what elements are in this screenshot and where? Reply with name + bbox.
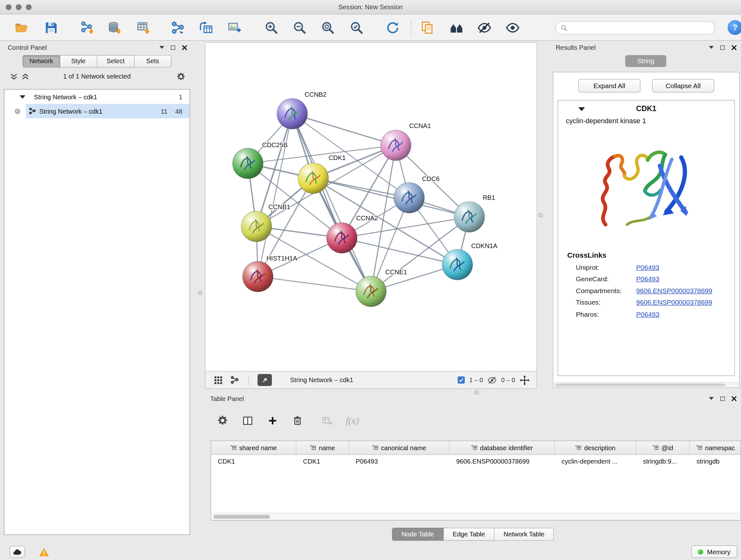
table-horizontal-scrollbar[interactable]	[211, 513, 741, 520]
open-in-window-button[interactable]	[258, 374, 272, 386]
network-node-ccnb2[interactable]: CCNB2	[277, 91, 327, 129]
column-header-name[interactable]: name	[296, 441, 349, 455]
table-cell[interactable]: 9606.ENSP00000378699	[450, 455, 555, 469]
table-cell[interactable]: cyclin-dependent ...	[555, 455, 636, 469]
network-edge[interactable]	[292, 114, 396, 145]
save-session-button[interactable]	[43, 19, 60, 37]
results-horizontal-scrollbar[interactable]	[554, 382, 739, 387]
horizontal-splitter-handle[interactable]	[475, 390, 479, 395]
column-header--id[interactable]: @id	[636, 441, 690, 455]
network-edge[interactable]	[292, 114, 371, 291]
crosslink-value-link[interactable]: P06493	[636, 263, 659, 271]
zoom-in-button[interactable]	[263, 19, 280, 37]
selected-nodes-checkbox[interactable]	[458, 376, 465, 384]
tab-node-table[interactable]: Node Table	[392, 528, 444, 541]
network-row-selected[interactable]: String Network – cdk1 11 48	[4, 104, 190, 118]
network-node-cdk1[interactable]: CDK1	[298, 154, 346, 193]
table-cell[interactable]: stringdb	[690, 455, 741, 469]
tab-select[interactable]: Select	[97, 55, 134, 68]
crosslink-value-link[interactable]: 9606.ENSP00000378699	[636, 299, 712, 306]
tab-network-table[interactable]: Network Table	[495, 528, 554, 541]
column-header-namespac[interactable]: namespac	[690, 441, 741, 455]
column-header-database-identifier[interactable]: database identifier	[450, 441, 555, 455]
table-settings-button[interactable]	[216, 415, 229, 427]
window-title: Session: New Session	[0, 0, 741, 14]
network-edge[interactable]	[258, 114, 292, 276]
scrollbar-thumb[interactable]	[213, 515, 270, 519]
column-header-description[interactable]: description	[555, 441, 636, 455]
crosslink-value-link[interactable]: P06493	[636, 275, 659, 283]
tab-edge-table[interactable]: Edge Table	[444, 528, 494, 541]
memory-button[interactable]: Memory	[691, 546, 737, 558]
tree-caret-icon[interactable]	[20, 95, 25, 99]
zoom-fit-button[interactable]	[320, 19, 337, 37]
import-network-database-button[interactable]	[106, 19, 124, 37]
zoom-selected-button[interactable]	[348, 19, 365, 37]
table-cell[interactable]: P06493	[349, 455, 450, 469]
export-image-button[interactable]	[226, 19, 243, 37]
float-panel-button[interactable]	[171, 45, 176, 50]
crosslink-value-link[interactable]: 9606.ENSP00000378699	[636, 287, 712, 294]
help-button[interactable]: ?	[728, 20, 741, 35]
network-edge[interactable]	[313, 178, 469, 217]
close-panel-button[interactable]	[182, 45, 187, 50]
copy-button[interactable]	[419, 19, 436, 37]
collapse-section-caret-icon[interactable]	[578, 107, 585, 111]
network-view[interactable]: CCNB2CCNA1CDC25BCDK1CDC6RB1CCNB1CCNA2CDK…	[205, 42, 537, 372]
search-input[interactable]	[570, 24, 715, 32]
network-edge[interactable]	[258, 276, 371, 291]
vertical-splitter-handle[interactable]	[198, 291, 203, 295]
panel-menu-button[interactable]	[159, 46, 164, 49]
column-header-canonical-name[interactable]: canonical name	[349, 441, 450, 455]
delete-column-button[interactable]	[291, 415, 304, 427]
share-network-button[interactable]	[229, 375, 240, 385]
tab-style[interactable]: Style	[60, 55, 97, 68]
hide-selected-button[interactable]	[476, 19, 493, 37]
crosslink-value-link[interactable]: P06493	[636, 310, 659, 318]
grid-view-button[interactable]	[213, 375, 224, 385]
search-input-container[interactable]	[555, 21, 715, 35]
clone-network-button[interactable]	[197, 19, 214, 37]
expand-all-button[interactable]: Expand All	[578, 79, 641, 92]
network-options-button[interactable]	[176, 72, 186, 81]
column-header-shared-name[interactable]: shared name	[211, 441, 296, 455]
network-node-cdkn1a[interactable]: CDKN1A	[442, 242, 497, 280]
import-table-button[interactable]	[135, 19, 152, 37]
zoom-out-button[interactable]	[291, 19, 308, 37]
show-all-button[interactable]	[504, 19, 522, 37]
table-cell[interactable]: stringdb:9...	[636, 455, 690, 469]
close-panel-button[interactable]	[731, 396, 737, 401]
tab-network[interactable]: Network	[23, 55, 60, 68]
new-network-button[interactable]	[170, 19, 187, 37]
collapse-all-button[interactable]: Collapse All	[652, 79, 714, 92]
string-tab[interactable]: String	[625, 55, 666, 67]
cloud-status-button[interactable]	[10, 546, 25, 558]
close-panel-button[interactable]	[731, 45, 737, 50]
open-session-button[interactable]	[13, 19, 30, 37]
network-node-ccnb1[interactable]: CCNB1	[241, 203, 290, 242]
table-cell[interactable]: CDK1	[211, 455, 296, 469]
table-row[interactable]: CDK1CDK1P064939606.ENSP00000378699cyclin…	[211, 455, 741, 469]
network-node-ccna1[interactable]: CCNA1	[381, 122, 431, 161]
network-node-rb1[interactable]: RB1	[454, 194, 495, 233]
panel-menu-button[interactable]	[709, 46, 714, 49]
pan-tool-button[interactable]	[520, 375, 530, 385]
network-node-hist1h1a[interactable]: HIST1H1A	[243, 255, 297, 292]
float-panel-button[interactable]	[721, 396, 725, 401]
node-label: CCNB2	[305, 91, 327, 98]
apply-layout-button[interactable]	[384, 19, 401, 37]
add-column-button[interactable]	[266, 415, 279, 427]
import-network-file-button[interactable]	[79, 19, 96, 37]
hidden-eye-icon[interactable]	[487, 375, 497, 385]
network-edge[interactable]	[342, 238, 457, 265]
neighbors-button[interactable]	[448, 19, 465, 37]
warnings-button[interactable]	[37, 546, 51, 558]
vertical-splitter-handle[interactable]	[539, 213, 543, 218]
network-canvas[interactable]: CCNB2CCNA1CDC25BCDK1CDC6RB1CCNB1CCNA2CDK…	[205, 43, 537, 371]
float-panel-button[interactable]	[721, 45, 725, 50]
panel-menu-button[interactable]	[709, 397, 714, 400]
show-columns-button[interactable]	[241, 415, 254, 427]
table-cell[interactable]: CDK1	[296, 455, 349, 469]
tab-sets[interactable]: Sets	[134, 55, 172, 68]
network-collection-row[interactable]: String Network – cdk1 1	[4, 90, 190, 104]
